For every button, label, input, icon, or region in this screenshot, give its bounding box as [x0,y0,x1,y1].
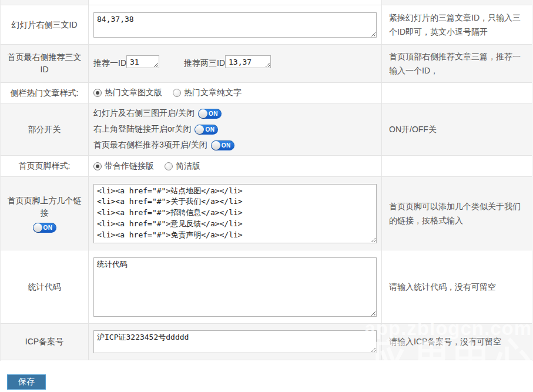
toggle-state-text: ON [43,223,53,232]
partial-label-cell [1,0,89,5]
row-content: 84,37,38 [89,5,382,44]
toggle-login-switch[interactable]: ON [195,125,218,135]
row-label: 幻灯片右侧三文ID [1,5,89,44]
toggle-state-text: ON [209,110,218,116]
footer-style-options: 带合作链接版 简洁版 [93,161,377,172]
row-label: 首页页脚上方几个链接 ON [1,177,89,250]
footer-style-option-links-label: 带合作链接版 [105,161,154,172]
footer-style-option-simple-label: 简洁版 [176,161,200,172]
table-row-stats-code: 统计代码 统计代码 请输入统计代码，没有可留空 [1,250,532,324]
partial-help-cell [382,0,532,5]
stats-code-label: 统计代码 [28,281,61,293]
row-content: <li><a href="#">站点地图</a></li> <li><a hre… [89,177,382,250]
radio-checked-icon[interactable] [93,89,102,97]
table-row-recommend-ids: 首页最右侧推荐三文ID 推荐一ID31 推荐两三ID13,37 首页顶部右侧推荐… [1,45,532,83]
recommend-one-label: 推荐一ID [93,58,126,69]
toggle-knob-icon [212,141,220,150]
row-label: 侧栏热门文章样式: [1,83,89,103]
hot-style-option-graphic-label: 热门文章图文版 [105,88,162,98]
recommend-ids-help: 首页顶部右侧推荐文章三篇，推荐一输入一个ID， [389,49,525,78]
row-label: 首页页脚样式: [1,156,89,176]
partial-content-cell [89,0,382,5]
footer-style-option-links[interactable]: 带合作链接版 [93,161,154,172]
radio-unchecked-icon[interactable] [165,162,173,170]
slides-ids-help: 紧挨幻灯片的三篇文章ID，只输入三个ID即可，英文小逗号隔开 [389,11,525,39]
row-help [382,83,532,103]
table-row-footer-style: 首页页脚样式: 带合作链接版 简洁版 [1,156,532,177]
row-help: ON开/OFF关 [382,103,532,155]
hot-style-option-text[interactable]: 热门文章纯文字 [173,88,242,98]
switch-line-sidebar: 首页最右侧栏推荐3项开启/关闭 ON [93,140,377,150]
stats-code-textarea[interactable]: 统计代码 [93,257,377,317]
recommend-two-label: 推荐两三ID [184,58,225,69]
recommend-one-input[interactable]: 31 [126,55,159,68]
settings-table: 幻灯片右侧三文ID 84,37,38 紧挨幻灯片的三篇文章ID，只输入三个ID即… [0,0,532,361]
footer-links-label: 首页页脚上方几个链接 [4,195,85,219]
recommend-two-input[interactable]: 13,37 [225,55,271,68]
switch-line-slides: 幻灯片及右侧三图开启/关闭 ON [93,108,377,119]
hot-style-option-graphic[interactable]: 热门文章图文版 [93,88,162,98]
row-label: 统计代码 [1,250,89,323]
table-row-switches: 部分开关 幻灯片及右侧三图开启/关闭 ON 右上角登陆链接开启or关闭 ON [1,103,532,156]
table-row-hot-style: 侧栏热门文章样式: 热门文章图文版 热门文章纯文字 [1,83,532,103]
table-row-slides-ids: 幻灯片右侧三文ID 84,37,38 紧挨幻灯片的三篇文章ID，只输入三个ID即… [1,5,532,45]
table-row-icp: ICP备案号 沪ICP证3223452号ddddd 请输入ICP备案号，没有可留… [1,324,532,360]
toggle-state-text: ON [205,126,214,132]
footer-links-textarea[interactable]: <li><a href="#">站点地图</a></li> <li><a hre… [93,184,377,243]
switches-help: ON开/OFF关 [389,122,525,137]
switches-label: 部分开关 [28,123,61,136]
footer-links-help: 首页页脚可以添加几个类似关于我们的链接，按格式输入 [389,199,525,228]
row-help: 请输入统计代码，没有可留空 [382,250,532,323]
switch-line-login: 右上角登陆链接开启or关闭 ON [93,124,377,135]
row-content: 幻灯片及右侧三图开启/关闭 ON 右上角登陆链接开启or关闭 ON 首页最右侧栏… [89,103,382,155]
footer-style-label: 首页页脚样式: [19,160,71,172]
row-label: ICP备案号 [1,324,89,360]
switch-sidebar-label: 首页最右侧栏推荐3项开启/关闭 [93,140,207,150]
hot-style-label: 侧栏热门文章样式: [11,87,79,99]
row-help: 紧挨幻灯片的三篇文章ID，只输入三个ID即可，英文小逗号隔开 [382,5,532,44]
slides-ids-textarea[interactable]: 84,37,38 [93,12,377,38]
radio-checked-icon[interactable] [93,162,102,170]
row-help: 请输入ICP备案号，没有可留空 [382,324,532,360]
radio-unchecked-icon[interactable] [173,89,181,97]
toggle-knob-icon [199,109,207,118]
table-row-partial [1,0,532,5]
row-content: 推荐一ID31 推荐两三ID13,37 [89,45,382,82]
toggle-footer-links-switch[interactable]: ON [33,223,56,233]
icp-help: 请输入ICP备案号，没有可留空 [389,334,525,349]
stats-code-help: 请输入统计代码，没有可留空 [389,280,525,294]
footer-style-option-simple[interactable]: 简洁版 [165,161,200,172]
switch-login-label: 右上角登陆链接开启or关闭 [93,124,191,135]
row-label: 部分开关 [1,103,89,155]
toggle-sidebar-switch[interactable]: ON [211,140,234,150]
recommend-ids-label: 首页最右侧推荐三文ID [4,51,85,76]
row-help [382,156,532,176]
toggle-state-text: ON [222,142,231,148]
table-row-footer-links: 首页页脚上方几个链接 ON <li><a href="#">站点地图</a></… [1,177,532,250]
row-label: 首页最右侧推荐三文ID [1,45,89,82]
icp-label: ICP备案号 [25,336,63,348]
row-content: 沪ICP证3223452号ddddd [89,324,382,360]
hot-style-option-text-label: 热门文章纯文字 [184,88,242,98]
toggle-slides-switch[interactable]: ON [198,109,222,119]
row-content: 带合作链接版 简洁版 [89,156,382,176]
recommend-fields: 推荐一ID31 推荐两三ID13,37 [93,57,377,70]
icp-number-input[interactable]: 沪ICP证3223452号ddddd [93,330,377,353]
hot-style-options: 热门文章图文版 热门文章纯文字 [93,88,377,98]
row-content: 统计代码 [89,250,382,323]
row-content: 热门文章图文版 热门文章纯文字 [89,83,382,103]
toggle-knob-icon [33,223,42,232]
switch-slides-label: 幻灯片及右侧三图开启/关闭 [93,108,195,119]
theme-settings-page: 幻灯片右侧三文ID 84,37,38 紧挨幻灯片的三篇文章ID，只输入三个ID即… [0,0,533,392]
row-help: 首页顶部右侧推荐文章三篇，推荐一输入一个ID， [382,45,532,82]
save-button[interactable]: 保存 [7,374,46,390]
row-help: 首页页脚可以添加几个类似关于我们的链接，按格式输入 [382,177,532,250]
toggle-knob-icon [195,125,204,134]
slides-ids-label: 幻灯片右侧三文ID [12,19,78,31]
